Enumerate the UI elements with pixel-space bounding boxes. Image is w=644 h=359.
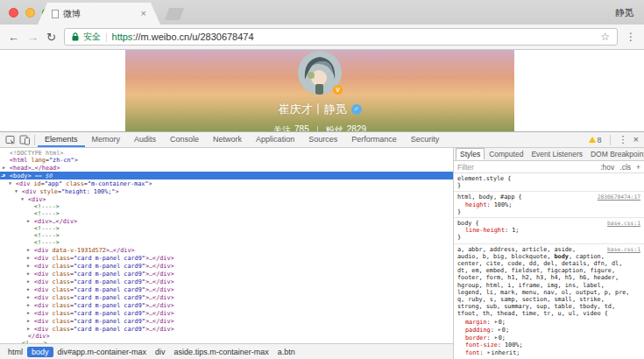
tree-row[interactable]: ▶<div data-v-1931d572>…</div> — [0, 246, 453, 254]
collapsed-arrow-icon[interactable]: ▶ — [27, 270, 34, 277]
tab-elements[interactable]: Elements — [38, 132, 85, 147]
device-toolbar-icon[interactable] — [18, 133, 32, 147]
tab-security[interactable]: Security — [404, 132, 447, 147]
browser-tab[interactable]: 微博 × — [38, 3, 160, 25]
tree-row[interactable]: ▶<div class="card m-panel card9">…</div> — [0, 278, 453, 285]
expanded-arrow-icon[interactable]: ▼ — [21, 195, 28, 202]
stylesheet-link[interactable]: base.css:1 — [607, 220, 640, 227]
filter-input[interactable]: Filter — [457, 163, 474, 172]
tab-application[interactable]: Application — [249, 132, 301, 147]
breadcrumb-item[interactable]: body — [27, 347, 53, 357]
tree-row[interactable]: <!----> — [0, 239, 453, 246]
collapsed-arrow-icon[interactable]: ▶ — [27, 293, 34, 300]
tree-row[interactable]: ▼<div style="height: 100%;"> — [0, 187, 453, 195]
sidebar-tab-dom-breakpoints[interactable]: DOM Breakpoints — [587, 149, 644, 159]
style-property[interactable]: font-size: 100%; — [457, 341, 640, 348]
breadcrumb-item[interactable]: html — [4, 347, 27, 357]
tree-row[interactable]: <!----> — [0, 232, 453, 239]
tree-row[interactable]: ▼<div id="app" class="m-container-max"> — [0, 180, 453, 187]
stylesheet-link[interactable]: base.css:1 — [607, 246, 640, 253]
collapsed-arrow-icon[interactable]: ▶ — [27, 317, 34, 324]
console-warnings-badge[interactable]: 8 — [589, 136, 602, 144]
tab-console[interactable]: Console — [163, 132, 206, 147]
stylesheet-link[interactable]: 2830678474:17 — [598, 194, 640, 201]
inspect-element-icon[interactable] — [4, 133, 18, 147]
tree-row[interactable]: <html lang="zh-cn"> — [0, 157, 453, 164]
tree-row[interactable]: ▶<div class="card m-panel card9">…</div> — [0, 254, 453, 262]
styles-toggle[interactable]: .cls — [619, 163, 631, 172]
tab-memory[interactable]: Memory — [85, 132, 128, 147]
tree-row[interactable]: </div> — [0, 333, 453, 340]
tree-row[interactable]: ▶<div class="card m-panel card9">…</div> — [0, 270, 453, 278]
minimize-window-button[interactable] — [25, 8, 35, 18]
tree-row[interactable]: …▼<body> == $0 — [0, 172, 453, 180]
style-rule[interactable]: html, body, #app {2830678474:17height: 1… — [454, 192, 644, 218]
sidebar-tab-styles[interactable]: Styles — [456, 148, 485, 160]
collapsed-arrow-icon[interactable]: ▶ — [27, 325, 34, 332]
sidebar-tab-computed[interactable]: Computed — [485, 149, 527, 159]
new-tab-button[interactable] — [165, 8, 184, 20]
expanded-arrow-icon[interactable]: ▼ — [9, 180, 16, 187]
collapsed-arrow-icon[interactable]: ▶ — [27, 217, 34, 224]
collapsed-arrow-icon[interactable]: ▶ — [27, 278, 34, 285]
bookmark-star-icon[interactable]: ☆ — [600, 31, 610, 43]
style-rule[interactable]: element.style {} — [454, 173, 644, 192]
forward-icon[interactable]: → — [27, 32, 39, 43]
style-property[interactable]: border: ▶0; — [457, 334, 640, 341]
breadcrumb-item[interactable]: div — [151, 347, 170, 357]
style-property[interactable]: height: 100%; — [457, 201, 640, 208]
style-property[interactable]: line-height: 1; — [457, 227, 640, 234]
tree-row[interactable]: ▶<div class="card m-panel card9">…</div> — [0, 317, 453, 325]
breadcrumb-item[interactable]: aside.tips.m-container-max — [170, 347, 273, 357]
tree-row[interactable]: ▶<div class="card m-panel card9">…</div> — [0, 309, 453, 317]
styles-toggle[interactable]: :hov — [600, 163, 614, 172]
avatar[interactable]: V — [298, 51, 342, 95]
tree-row[interactable]: ▶<div class="card m-panel card9">…</div> — [0, 285, 453, 293]
tree-row[interactable]: ▶<div class="card m-panel card9">…</div> — [0, 262, 453, 270]
tab-network[interactable]: Network — [206, 132, 249, 147]
tab-close-icon[interactable]: × — [141, 9, 146, 18]
collapsed-arrow-icon[interactable]: ▶ — [3, 164, 10, 171]
close-window-button[interactable] — [9, 8, 18, 18]
tree-row[interactable]: ▶<div class="card m-panel card9">…</div> — [0, 325, 453, 333]
secure-label[interactable]: 安全 — [83, 31, 101, 43]
tab-sources[interactable]: Sources — [301, 132, 344, 147]
tree-row[interactable]: ▶<div>…</div> — [0, 217, 453, 225]
back-icon[interactable]: ← — [8, 32, 19, 43]
tree-row[interactable]: <!----> — [0, 210, 453, 217]
style-property[interactable]: font: ▶inherit; — [457, 348, 640, 356]
style-rule[interactable]: a, abbr, address, article, aside,base.cs… — [454, 244, 644, 359]
devtools-menu-icon[interactable]: ⋮ — [619, 135, 628, 144]
profile-stat[interactable]: 关注785 — [273, 124, 309, 131]
tab-performance[interactable]: Performance — [344, 132, 404, 147]
collapsed-arrow-icon[interactable]: ▶ — [27, 301, 34, 308]
tree-row[interactable]: ▶<div class="card m-panel card9">…</div> — [0, 301, 453, 309]
tab-audits[interactable]: Audits — [127, 132, 163, 147]
collapsed-arrow-icon[interactable]: ▶ — [27, 246, 34, 253]
expanded-arrow-icon[interactable]: ▼ — [15, 187, 22, 194]
styles-toggle[interactable]: + — [636, 163, 640, 172]
style-rule[interactable]: body {base.css:1line-height: 1;} — [454, 218, 644, 244]
tree-row[interactable]: ▶<head>…</head> — [0, 164, 453, 172]
breadcrumb-item[interactable]: div#app.m-container-max — [53, 347, 152, 357]
browser-menu-icon[interactable]: ⋮ — [626, 31, 636, 43]
reload-icon[interactable]: ↻ — [46, 32, 56, 43]
style-property[interactable]: padding: ▶0; — [457, 326, 640, 334]
tree-row[interactable]: ▼<div> — [0, 195, 453, 203]
devtools-close-icon[interactable]: × — [633, 135, 639, 144]
profile-stat[interactable]: 粉丝2829 — [326, 124, 366, 131]
collapsed-arrow-icon[interactable]: ▶ — [27, 285, 34, 292]
breadcrumb-item[interactable]: a.btn — [273, 347, 300, 357]
tree-row[interactable]: <!----> — [0, 225, 453, 232]
style-property[interactable]: margin: ▶0; — [457, 318, 640, 326]
collapsed-arrow-icon[interactable]: ▶ — [27, 309, 34, 316]
url-omnibox[interactable]: 安全 | https://m.weibo.cn/u/2830678474 ☆ — [64, 28, 618, 46]
collapsed-arrow-icon[interactable]: ▶ — [27, 262, 34, 269]
sidebar-tab-event-listeners[interactable]: Event Listeners — [527, 149, 586, 159]
tree-row[interactable]: <!DOCTYPE html> — [0, 150, 453, 157]
chrome-profile-name[interactable]: 静觅 — [615, 7, 633, 19]
collapsed-arrow-icon[interactable]: ▶ — [27, 254, 34, 261]
tree-row[interactable]: <!----> — [0, 340, 453, 343]
tree-row[interactable]: ▶<div class="card m-panel card9">…</div> — [0, 293, 453, 301]
tree-row[interactable]: <!----> — [0, 203, 453, 210]
